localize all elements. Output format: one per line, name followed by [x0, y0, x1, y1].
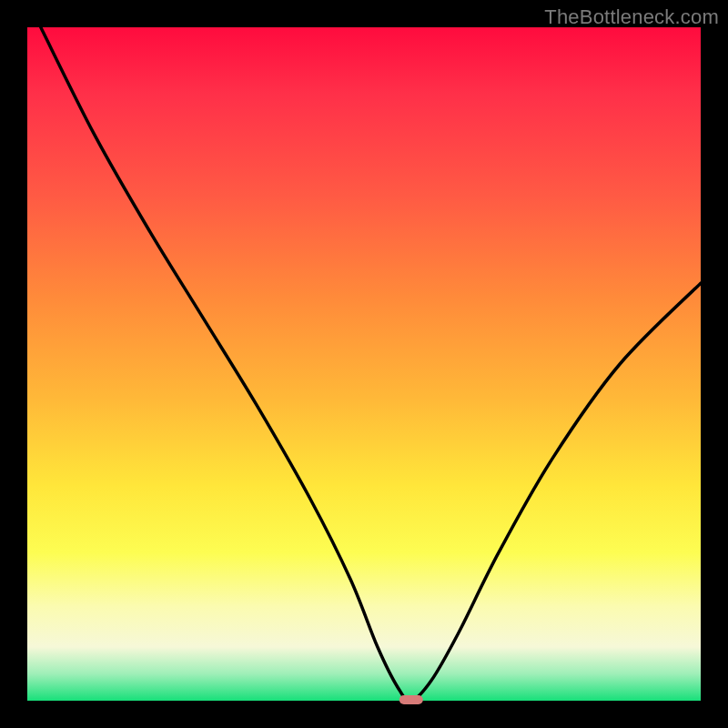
- bottleneck-curve: [27, 27, 701, 701]
- curve-path: [41, 27, 701, 701]
- plot-area: [27, 27, 701, 701]
- min-marker: [399, 695, 423, 704]
- chart-frame: TheBottleneck.com: [0, 0, 728, 728]
- watermark-text: TheBottleneck.com: [544, 5, 719, 29]
